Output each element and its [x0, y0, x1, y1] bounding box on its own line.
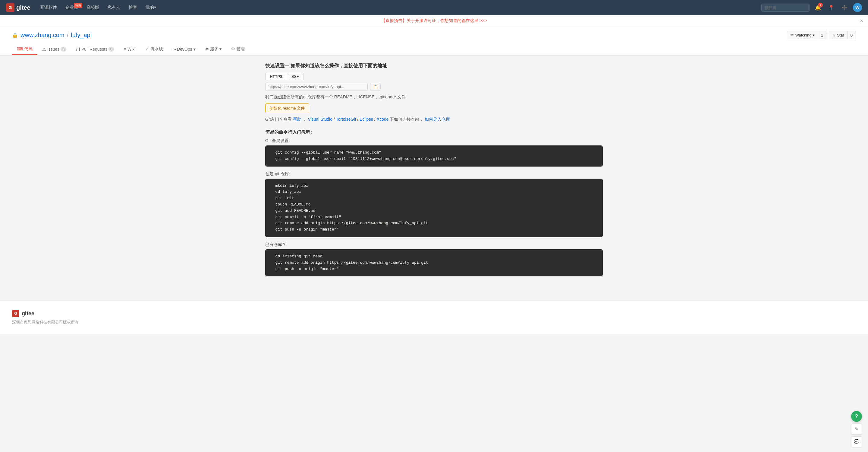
- main-content: 快速设置— 如果你知道该怎么操作，直接使用下面的地址 HTTPS SSH 📋 我…: [253, 56, 615, 288]
- existing-repo-title: 已有仓库？: [265, 242, 603, 248]
- tab-code[interactable]: ⌨ 代码: [12, 44, 37, 55]
- navbar: G gitee 开源软件 企业版 特惠 高校版 私有云 博客 我的▾ 🔔 1 📍…: [0, 0, 868, 15]
- eclipse-link[interactable]: Eclipse: [360, 117, 373, 121]
- command-section-title: 简易的命令行入门教程:: [265, 130, 603, 135]
- nav-link-my[interactable]: 我的▾: [142, 3, 160, 12]
- git-intro-links: Git入门？查看 帮助 ， Visual Studio / TortoiseGi…: [265, 117, 603, 122]
- tab-pipeline[interactable]: ↗ 流水线: [140, 44, 168, 55]
- watch-label: Watching ▾: [795, 33, 815, 37]
- global-config-title: Git 全局设置:: [265, 138, 603, 144]
- tab-management[interactable]: ⚙ 管理: [226, 44, 250, 55]
- repo-name-link[interactable]: lufy_api: [71, 32, 92, 38]
- star-button[interactable]: ☆ Star: [829, 31, 847, 39]
- watch-icon: 👁: [790, 33, 794, 37]
- quick-setup-title: 快速设置— 如果你知道该怎么操作，直接使用下面的地址: [265, 63, 603, 69]
- watch-count: 1: [818, 31, 827, 39]
- clone-url-input[interactable]: [265, 83, 368, 91]
- tab-pull-requests[interactable]: ⛙ Pull Requests 0: [71, 44, 119, 55]
- xcode-link[interactable]: Xcode: [377, 117, 389, 121]
- clone-url-row: 📋: [265, 83, 603, 91]
- existing-repo-code: cd existing_git_repo git remote add orig…: [265, 249, 603, 276]
- ssh-tab[interactable]: SSH: [287, 73, 304, 80]
- repo-owner-link[interactable]: www.zhang.com: [21, 32, 64, 38]
- nav-link-opensource[interactable]: 开源软件: [36, 3, 61, 12]
- repo-header: 🔒 www.zhang.com / lufy_api 👁 Watching ▾ …: [0, 27, 868, 56]
- nav-link-enterprise[interactable]: 企业版 特惠: [62, 3, 82, 12]
- nav-link-private-cloud[interactable]: 私有云: [104, 3, 124, 12]
- announcement-close-button[interactable]: ×: [860, 18, 863, 24]
- footer-logo: G gitee: [12, 310, 856, 317]
- tab-issues[interactable]: ⚠ Issues 0: [37, 44, 71, 55]
- import-repo-link[interactable]: 如何导入仓库: [425, 117, 450, 121]
- nav-link-blog[interactable]: 博客: [125, 3, 141, 12]
- tab-devops[interactable]: ∞ DevOps ▾: [168, 44, 200, 55]
- add-icon-button[interactable]: ➕: [840, 3, 849, 12]
- watch-button[interactable]: 👁 Watching ▾: [787, 31, 818, 39]
- init-readme-button[interactable]: 初始化 readme 文件: [265, 104, 309, 113]
- nav-link-university[interactable]: 高校版: [83, 3, 103, 12]
- protocol-tabs: HTTPS SSH: [265, 73, 603, 80]
- announcement-link[interactable]: 【直播预告】关于开源许可证，你想知道的都在这里 >>>: [381, 18, 487, 23]
- notification-bell-button[interactable]: 🔔 1: [813, 3, 823, 12]
- navbar-logo-text: gitee: [16, 4, 30, 11]
- tab-wiki[interactable]: ≡ Wiki: [119, 44, 141, 55]
- gitee-logo-icon: G: [6, 3, 14, 12]
- user-avatar-button[interactable]: W: [853, 3, 862, 12]
- notification-badge: 1: [818, 3, 823, 7]
- repo-actions: 👁 Watching ▾ 1 ☆ Star 0: [787, 31, 856, 39]
- star-count: 0: [847, 31, 856, 39]
- footer-logo-text: gitee: [22, 310, 34, 317]
- search-input[interactable]: [761, 4, 809, 12]
- location-icon-button[interactable]: 📍: [827, 3, 836, 12]
- help-link[interactable]: 帮助: [293, 117, 301, 121]
- visual-studio-link[interactable]: Visual Studio: [308, 117, 333, 121]
- tab-services[interactable]: ✱ 服务 ▾: [200, 44, 227, 55]
- repo-title-row: 🔒 www.zhang.com / lufy_api 👁 Watching ▾ …: [12, 31, 856, 43]
- announcement-bar: 【直播预告】关于开源许可证，你想知道的都在这里 >>> ×: [0, 15, 868, 27]
- create-repo-title: 创建 git 仓库:: [265, 171, 603, 177]
- lock-icon: 🔒: [12, 32, 18, 38]
- navbar-links: 开源软件 企业版 特惠 高校版 私有云 博客 我的▾: [36, 3, 755, 12]
- global-config-code: git config --global user.name "www.zhang…: [265, 145, 603, 167]
- create-repo-code: mkdir lufy_api cd lufy_api git init touc…: [265, 179, 603, 237]
- footer: G gitee 深圳市奥思网络科技有限公司版权所有: [0, 301, 868, 334]
- navbar-right: 🔔 1 📍 ➕ W: [761, 3, 862, 12]
- navbar-logo[interactable]: G gitee: [6, 3, 30, 12]
- enterprise-badge: 特惠: [74, 3, 82, 8]
- repo-title: 🔒 www.zhang.com / lufy_api: [12, 32, 92, 38]
- copy-url-button[interactable]: 📋: [370, 83, 381, 91]
- repo-tabs: ⌨ 代码 ⚠ Issues 0 ⛙ Pull Requests 0 ≡ Wiki…: [12, 44, 856, 55]
- repo-separator: /: [67, 32, 69, 38]
- pr-count: 0: [108, 47, 114, 52]
- footer-copyright: 深圳市奥思网络科技有限公司版权所有: [12, 319, 856, 325]
- issues-count: 0: [61, 47, 66, 52]
- https-tab[interactable]: HTTPS: [265, 73, 287, 80]
- footer-logo-icon: G: [12, 310, 19, 317]
- readme-suggestion: 我们强烈建议所有的git仓库都有一个 README，LICENSE，.gitig…: [265, 94, 603, 100]
- tortoisegit-link[interactable]: TortoiseGit: [336, 117, 356, 121]
